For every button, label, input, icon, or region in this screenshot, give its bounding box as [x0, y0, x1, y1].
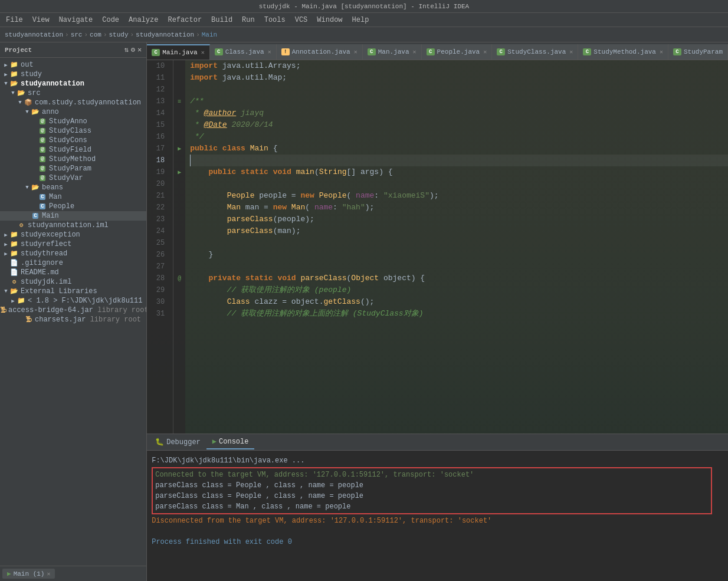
sidebar-item-studyparam[interactable]: @ StudyParam: [0, 164, 146, 173]
sidebar-item-studyexception[interactable]: ▶ 📁 studyexception: [0, 230, 146, 239]
sidebar-item-studyanno[interactable]: @ StudyAnno: [0, 117, 146, 126]
main-area: Project ⇅ ⚙ ✕ ▶ 📁 out ▶ 📁 study: [0, 42, 728, 581]
tab-man-java[interactable]: C Man.java ✕: [363, 44, 422, 60]
folder-icon-studyexception: 📁: [9, 231, 19, 239]
sidebar-item-gitignore[interactable]: 📄 .gitignore: [0, 258, 146, 268]
class-icon-main: C: [31, 212, 40, 220]
sidebar-item-studythread[interactable]: ▶ 📁 studythread: [0, 249, 146, 258]
sidebar-item-out[interactable]: ▶ 📁 out: [0, 60, 146, 70]
tree-label-package: com.study.studyannotation: [35, 99, 141, 107]
sidebar-item-studymethod[interactable]: @ StudyMethod: [0, 155, 146, 164]
sidebar-item-studyfield[interactable]: @ StudyField: [0, 145, 146, 155]
tab-studymethod-java[interactable]: C StudyMethod.java ✕: [578, 44, 668, 60]
tab-studyparam-java[interactable]: C StudyParam: [668, 44, 728, 60]
tab-people-java[interactable]: C People.java ✕: [422, 44, 493, 60]
menu-help[interactable]: Help: [349, 15, 373, 25]
run-tab[interactable]: ▶ Main (1) ✕: [2, 569, 55, 579]
menu-refactor[interactable]: Refactor: [164, 15, 205, 25]
sidebar-item-study[interactable]: ▶ 📁 study: [0, 70, 146, 79]
menu-run[interactable]: Run: [238, 15, 258, 25]
bottom-tab-console[interactable]: ▶ Console: [206, 435, 255, 449]
sidebar-item-main[interactable]: C Main: [0, 211, 146, 221]
code-line-19: public static void main(String[] args) {: [190, 166, 728, 178]
sidebar-item-man[interactable]: C Man: [0, 192, 146, 202]
tree-label-studycons: StudyCons: [49, 136, 87, 145]
sidebar-item-studyannotation[interactable]: ▼ 📂 studyannotation: [0, 79, 146, 88]
line-num-26: 26: [147, 249, 168, 261]
code-line-12: [190, 84, 728, 96]
sidebar-gear-icon[interactable]: ⚙: [131, 45, 135, 54]
sidebar-item-studyjdk-iml[interactable]: ⚙ studyjdk.iml: [0, 277, 146, 287]
gutter-22: [173, 202, 185, 214]
sidebar-item-studyvar[interactable]: @ StudyVar: [0, 173, 146, 183]
console-line-exit: Process finished with exit code 0: [152, 537, 723, 547]
tab-close-annotation[interactable]: ✕: [354, 48, 358, 55]
sidebar-sort-icon[interactable]: ⇅: [124, 45, 129, 54]
sidebar-item-package[interactable]: ▼ 📦 com.study.studyannotation: [0, 98, 146, 107]
code-editor[interactable]: 10 11 12 13 14 15 16 17 18 19 20 21 22 2…: [147, 60, 728, 434]
gutter-31: [173, 308, 185, 320]
sidebar-item-studyclass[interactable]: @ StudyClass: [0, 126, 146, 136]
code-line-26: }: [190, 249, 728, 261]
sidebar-item-charsets[interactable]: 🗜 charsets.jar library root: [0, 315, 146, 324]
folder-icon-package: 📦: [24, 99, 33, 107]
class-icon-man: C: [38, 193, 47, 201]
code-content[interactable]: import java.util.Arrays; import java.uti…: [185, 60, 728, 434]
line-num-12: 12: [147, 84, 168, 96]
code-line-21: People people = new People( name: "xiaom…: [190, 190, 728, 202]
sidebar-item-src[interactable]: ▼ 📂 src: [0, 88, 146, 98]
sidebar-item-extlibs[interactable]: ▼ 📂 External Libraries: [0, 287, 146, 296]
tree-label-anno: anno: [42, 108, 59, 116]
sidebar-item-studyreflect[interactable]: ▶ 📁 studyreflect: [0, 239, 146, 249]
tree-label-studyclass: StudyClass: [49, 127, 91, 135]
iml-icon-studyjdk: ⚙: [9, 278, 19, 286]
folder-icon-studythread: 📁: [9, 250, 19, 258]
menu-window[interactable]: Window: [313, 15, 346, 25]
menu-vcs[interactable]: VCS: [291, 15, 311, 25]
tab-label-class: Class.java: [225, 48, 264, 55]
sidebar-item-iml[interactable]: ⚙ studyannotation.iml: [0, 221, 146, 230]
tab-close-people[interactable]: ✕: [483, 48, 487, 55]
tab-icon-man: C: [368, 48, 376, 55]
tab-studyclass-java[interactable]: C StudyClass.java ✕: [492, 44, 578, 60]
gutter-19: ▶: [173, 166, 185, 178]
menu-build[interactable]: Build: [208, 15, 236, 25]
tab-main-java[interactable]: C Main.java ✕: [147, 44, 209, 60]
debugger-icon: 🐛: [155, 438, 164, 447]
tab-class-java[interactable]: C Class.java ✕: [210, 44, 277, 60]
sidebar-item-beans[interactable]: ▼ 📂 beans: [0, 183, 146, 192]
tree-label-beans: beans: [42, 183, 63, 192]
tab-close-man[interactable]: ✕: [413, 48, 417, 55]
tree-arrow-jdk: ▶: [9, 298, 17, 304]
menu-navigate[interactable]: Navigate: [55, 15, 97, 25]
tab-annotation-java[interactable]: ! Annotation.java ✕: [277, 44, 363, 60]
sidebar-item-jdk[interactable]: ▶ 📁 < 1.8 > F:\JDK\jdk\jdk8u111: [0, 296, 146, 306]
jar-icon-access-bridge: 🗜: [0, 306, 6, 314]
tab-icon-annotation: !: [281, 48, 290, 55]
tree-arrow-src: ▼: [9, 90, 17, 96]
menu-code[interactable]: Code: [99, 15, 123, 25]
tab-close-class[interactable]: ✕: [268, 48, 271, 55]
tree-label-gitignore: .gitignore: [21, 259, 63, 267]
menu-tools[interactable]: Tools: [261, 15, 289, 25]
menu-view[interactable]: View: [29, 15, 53, 25]
sidebar-close-icon[interactable]: ✕: [137, 45, 142, 54]
bottom-tab-debugger[interactable]: 🐛 Debugger: [149, 435, 206, 449]
run-tab-close[interactable]: ✕: [47, 570, 50, 577]
sidebar-item-readme[interactable]: 📄 README.md: [0, 268, 146, 277]
tree-arrow-extlibs: ▼: [2, 288, 9, 294]
tab-label-studyparam: StudyParam: [684, 48, 723, 55]
tab-close-main[interactable]: ✕: [201, 49, 205, 56]
annotation-icon-studycons: @: [38, 136, 47, 145]
menu-analyze[interactable]: Analyze: [125, 15, 162, 25]
tab-icon-studymethod: C: [583, 48, 591, 55]
sidebar-item-anno[interactable]: ▼ 📂 anno: [0, 107, 146, 117]
tree-label-studymethod: StudyMethod: [49, 155, 96, 163]
tab-close-studymethod[interactable]: ✕: [660, 48, 663, 55]
tree-label-extlibs: External Libraries: [21, 287, 97, 296]
sidebar-item-access-bridge[interactable]: 🗜 access-bridge-64.jar library root: [0, 306, 146, 315]
menu-file[interactable]: File: [2, 15, 27, 25]
sidebar-item-studycons[interactable]: @ StudyCons: [0, 136, 146, 145]
sidebar-item-people[interactable]: C People: [0, 202, 146, 211]
tab-close-studyclass[interactable]: ✕: [569, 48, 573, 55]
